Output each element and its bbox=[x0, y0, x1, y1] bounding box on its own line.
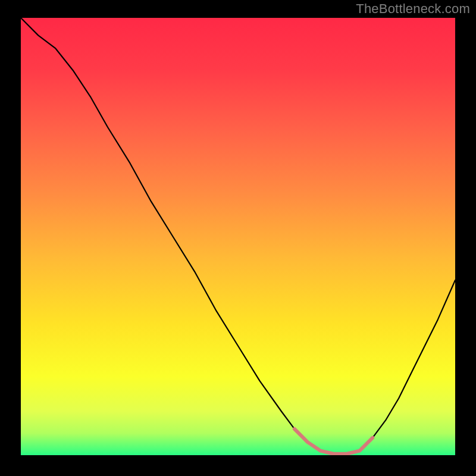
chart-container: TheBottleneck.com bbox=[0, 0, 476, 476]
gradient-background bbox=[21, 18, 455, 455]
watermark-text: TheBottleneck.com bbox=[356, 1, 470, 17]
bottleneck-chart-svg bbox=[21, 18, 455, 455]
plot-area bbox=[21, 18, 455, 455]
